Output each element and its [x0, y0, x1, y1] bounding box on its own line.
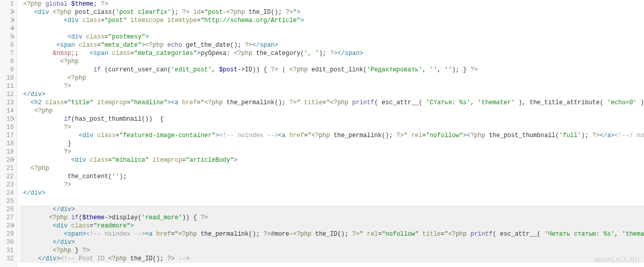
line-number[interactable]: 29 — [2, 230, 14, 238]
fold-icon[interactable]: ▾ — [12, 115, 15, 123]
line-number[interactable]: 31 — [2, 246, 14, 255]
code-line[interactable]: &nbsp;; <span class="meta_categories">ру… — [19, 49, 644, 58]
line-number[interactable]: 18 — [2, 140, 14, 148]
code-line[interactable]: <div <?php post_class('post clearfix'); … — [19, 8, 644, 16]
line-number[interactable]: 15▾ — [2, 115, 14, 123]
fold-icon[interactable]: ▾ — [12, 222, 15, 230]
line-number[interactable]: 16 — [2, 123, 14, 131]
code-line[interactable]: ?> — [19, 148, 644, 156]
code-line[interactable]: ?> — [19, 181, 644, 189]
line-number[interactable]: 22 — [2, 173, 14, 181]
line-number[interactable]: 27 — [2, 214, 14, 222]
line-number[interactable]: 4▾ — [2, 25, 14, 33]
line-number[interactable]: 19 — [2, 148, 14, 156]
code-line[interactable]: <div class="postmesy"> — [19, 33, 644, 41]
code-line[interactable]: ?> — [19, 82, 644, 90]
code-line[interactable] — [19, 25, 644, 33]
line-number[interactable]: 11 — [2, 82, 14, 90]
line-number[interactable]: 30 — [2, 238, 14, 246]
fold-icon[interactable]: ▾ — [12, 33, 15, 41]
code-line[interactable]: <?php if($theme->display('read_more')) {… — [19, 214, 644, 222]
line-number[interactable]: 6 — [2, 41, 14, 49]
code-line[interactable]: if (current_user_can('edit_post', $post-… — [19, 66, 644, 74]
fold-icon[interactable]: ▾ — [12, 156, 15, 164]
code-line[interactable]: <span><!-- noindex --><a href="<?php the… — [19, 230, 644, 238]
code-line[interactable]: </div><!-- Post ID <?php the_ID(); ?> --… — [19, 255, 644, 263]
code-line[interactable]: } — [19, 140, 644, 148]
code-line[interactable]: <div class="mihalica" itemprop="articleB… — [19, 156, 644, 164]
line-number[interactable]: 23 — [2, 181, 14, 189]
line-number[interactable]: 12 — [2, 90, 14, 99]
fold-icon[interactable]: ▾ — [12, 8, 15, 16]
line-number[interactable]: 8 — [2, 58, 14, 66]
line-number[interactable]: 5▾ — [2, 33, 14, 41]
code-line[interactable]: </div> — [19, 90, 644, 99]
line-number[interactable]: 32 — [2, 255, 14, 263]
line-number[interactable]: 13 — [2, 99, 14, 107]
line-number[interactable]: 17 — [2, 131, 14, 140]
line-number[interactable]: 2▾ — [2, 8, 14, 16]
line-number[interactable]: 7 — [2, 49, 14, 58]
fold-icon[interactable]: ▾ — [12, 25, 15, 33]
line-number[interactable]: 21 — [2, 164, 14, 173]
code-editor[interactable]: 1 2▾ 3▾ 4▾ 5▾ 6 7 8 9 10 11 12 13 14 15▾… — [0, 0, 644, 267]
line-number[interactable]: 10 — [2, 74, 14, 82]
code-line[interactable] — [19, 197, 644, 205]
fold-icon[interactable]: ▾ — [12, 16, 15, 25]
code-line[interactable]: <div class="readmore"> — [19, 222, 644, 230]
line-number[interactable]: 1 — [2, 0, 14, 8]
code-line[interactable]: <span class="meta_date"><?php echo get_t… — [19, 41, 644, 49]
code-area[interactable]: <?php global $theme; ?> <div <?php post_… — [17, 0, 644, 267]
code-line[interactable]: <?php — [19, 58, 644, 66]
code-line[interactable]: <?php — [19, 107, 644, 115]
code-line[interactable]: </div> — [19, 238, 644, 246]
code-line[interactable]: <?php } ?> — [19, 246, 644, 255]
line-number[interactable]: 20▾ — [2, 156, 14, 164]
code-line[interactable]: <?php global $theme; ?> — [19, 0, 644, 8]
line-number[interactable]: 26 — [2, 205, 14, 214]
code-line[interactable]: </div> — [19, 205, 644, 214]
line-number-gutter[interactable]: 1 2▾ 3▾ 4▾ 5▾ 6 7 8 9 10 11 12 13 14 15▾… — [0, 0, 17, 267]
code-line[interactable]: </div> — [19, 189, 644, 197]
code-line[interactable]: <h2 class="title" itemprop="headline"><a… — [19, 99, 644, 107]
line-number[interactable]: 14 — [2, 107, 14, 115]
line-number[interactable]: 24 — [2, 189, 14, 197]
code-line[interactable]: <div class="featured-image-container"><!… — [19, 131, 644, 140]
code-line[interactable]: if(has_post_thumbnail()) { — [19, 115, 644, 123]
line-number[interactable]: 28▾ — [2, 222, 14, 230]
line-number[interactable]: 9 — [2, 66, 14, 74]
code-line[interactable]: <?php — [19, 164, 644, 173]
line-number[interactable]: 25 — [2, 197, 14, 205]
code-line[interactable]: ?> — [19, 123, 644, 131]
code-line[interactable]: <div class="post" itemscope itemtype="ht… — [19, 16, 644, 25]
code-line[interactable]: the_content(''); — [19, 173, 644, 181]
code-line[interactable]: <?php — [19, 74, 644, 82]
line-number[interactable]: 3▾ — [2, 16, 14, 25]
